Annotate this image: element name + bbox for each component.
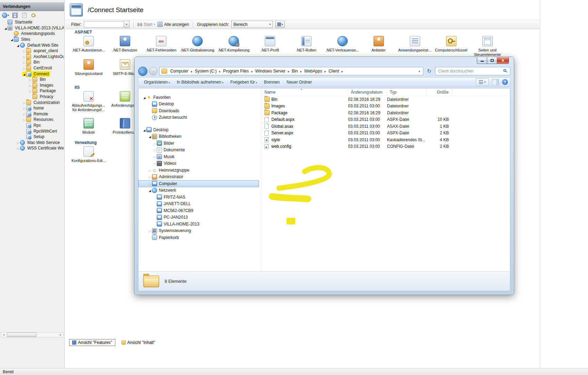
feature-item[interactable]: .NET-Profil <box>252 34 288 59</box>
nav-expand-arrow[interactable] <box>148 188 152 192</box>
file-row[interactable]: Server.aspx 03.03.2011 03:00 ASPX-Datei … <box>262 130 510 137</box>
column-header-type[interactable]: Typ <box>387 88 426 96</box>
feature-item[interactable]: .NET-Rollen <box>288 34 324 59</box>
delegation-button[interactable] <box>29 12 38 19</box>
breadcrumb-label[interactable]: System (C:) <box>193 68 218 74</box>
feature-item[interactable]: Konfigurations-Edi... <box>70 144 107 165</box>
file-row[interactable]: Bin 02.08.2016 16:29 Dateiordner <box>262 96 510 103</box>
view-tab[interactable]: Ansicht "Inhalt" <box>119 339 158 346</box>
tree-item[interactable]: Sites <box>0 37 64 42</box>
tree-expand-arrow[interactable] <box>28 83 32 87</box>
nav-expand-arrow[interactable] <box>142 95 146 99</box>
breadcrumb-label[interactable]: WebApps <box>302 68 324 74</box>
nav-item[interactable]: Bilder <box>138 140 259 147</box>
feature-item[interactable]: Anwendungseinst... <box>397 34 433 59</box>
tree-expand-arrow[interactable] <box>22 100 26 105</box>
nav-expand-arrow[interactable] <box>148 175 152 179</box>
nav-item[interactable]: Heimnetzgruppe <box>138 167 259 174</box>
feature-item[interactable]: .NET-Kompilierung <box>215 34 252 59</box>
tree-item[interactable]: WSS Certificate Web S <box>0 145 64 151</box>
tree-item[interactable]: Resources <box>0 117 64 123</box>
breadcrumb-segment[interactable]: Windows Server <box>253 68 290 74</box>
nav-expand-arrow[interactable] <box>153 161 157 165</box>
nav-item[interactable]: Computer <box>138 180 259 187</box>
scroll-left-arrow-icon[interactable]: ◄ <box>1 334 6 336</box>
tree-item[interactable]: Connect <box>0 71 64 77</box>
breadcrumb-chevron-icon[interactable] <box>251 69 254 74</box>
nav-item[interactable]: MC562-067CB9 <box>138 207 259 214</box>
tree-expand-arrow[interactable] <box>22 117 26 122</box>
breadcrumb-label[interactable]: Program Files <box>221 68 251 74</box>
group-by-dropdown[interactable]: Bereich <box>231 21 273 28</box>
nav-item[interactable]: Bibliotheken <box>138 133 259 140</box>
tree-item[interactable]: Customization <box>0 99 64 105</box>
tree-item[interactable]: Package <box>0 88 64 94</box>
tree-expand-arrow[interactable] <box>16 43 20 47</box>
breadcrumb-chevron-icon[interactable] <box>300 69 303 74</box>
tree-item[interactable]: aspnet_client <box>0 48 64 54</box>
breadcrumb-segment[interactable]: WebApps <box>302 68 327 74</box>
filter-input[interactable] <box>84 21 124 28</box>
tree-item[interactable]: Privacy <box>0 94 64 100</box>
nav-expand-arrow[interactable] <box>153 141 157 145</box>
command-bar-button[interactable]: Brennen <box>261 78 283 86</box>
tree-item[interactable]: Bin <box>0 59 64 65</box>
nav-expand-arrow[interactable] <box>148 168 152 172</box>
tree-item[interactable]: Remote <box>0 111 64 117</box>
nav-expand-arrow[interactable] <box>148 229 152 233</box>
nav-expand-arrow[interactable] <box>148 182 152 186</box>
tree-expand-arrow[interactable] <box>22 66 26 70</box>
nav-item[interactable]: Desktop <box>138 126 259 133</box>
feature-item[interactable]: Computerschlüssel <box>433 34 469 59</box>
tree-expand-arrow[interactable] <box>3 26 8 30</box>
tree-item[interactable]: Default Web Site <box>0 42 64 48</box>
search-box[interactable] <box>435 67 510 75</box>
minimize-button[interactable] <box>477 57 487 64</box>
command-bar-button[interactable]: Neuer Ordner <box>283 78 315 86</box>
feature-item[interactable]: Anbieter <box>360 34 397 59</box>
breadcrumb-chevron-icon[interactable] <box>219 69 222 74</box>
nav-item[interactable]: Desktop <box>138 101 259 108</box>
tree-item[interactable]: AxoNet.LightsOut... <box>0 54 64 60</box>
save-connections-button[interactable] <box>11 12 19 19</box>
tree-expand-arrow[interactable] <box>16 141 20 145</box>
refresh-button[interactable] <box>425 67 433 75</box>
tree-expand-arrow[interactable] <box>22 112 26 116</box>
nav-item[interactable]: VILLA-HOME-2013 <box>138 221 259 228</box>
breadcrumb-chevron-icon[interactable] <box>341 69 344 74</box>
tree-item[interactable]: Bin <box>0 77 64 83</box>
feature-item[interactable]: .NET-Fehlerseiten <box>143 34 179 59</box>
nav-expand-arrow[interactable] <box>153 155 157 159</box>
file-row[interactable]: Default.aspx 03.03.2011 03:00 ASPX-Datei… <box>262 116 510 123</box>
feature-item[interactable]: Sitzungszustand <box>70 57 107 78</box>
nav-item[interactable]: Musik <box>138 153 259 160</box>
tree-expand-arrow[interactable] <box>22 60 26 64</box>
feature-item[interactable]: .NET-Autorisierun... <box>70 34 107 59</box>
tree-expand-arrow[interactable] <box>16 146 20 150</box>
scroll-right-arrow-icon[interactable]: ► <box>58 334 63 336</box>
breadcrumb-label[interactable]: Windows Server <box>253 68 287 74</box>
scrollbar-thumb[interactable] <box>7 333 37 337</box>
breadcrumb-segment[interactable]: System (C:) <box>193 68 221 74</box>
feature-item[interactable]: Seiten und Steuerelemente <box>469 34 505 59</box>
tree-item[interactable]: Startseite <box>0 19 64 25</box>
file-row[interactable]: Global.asax 03.03.2011 03:00 ASAX-Datei … <box>262 123 510 130</box>
address-field[interactable]: Computer System (C:) Program Files Windo… <box>159 67 423 75</box>
view-tab[interactable]: Ansicht "Features" <box>69 339 115 346</box>
file-row[interactable]: Package 02.08.2016 16:29 Dateiordner <box>262 109 510 116</box>
nav-item[interactable]: Papierkorb <box>138 234 259 241</box>
filter-dropdown-button[interactable] <box>124 21 129 28</box>
tree-expand-arrow[interactable] <box>28 77 32 81</box>
tree-expand-arrow[interactable] <box>22 55 26 59</box>
connections-horizontal-scrollbar[interactable]: ◄ ► <box>1 332 64 337</box>
search-input[interactable] <box>437 68 503 74</box>
column-header-date[interactable]: Änderungsdatum <box>348 88 387 96</box>
tree-item[interactable]: Images <box>0 83 64 88</box>
nav-item[interactable]: Zuletzt besucht <box>138 114 259 121</box>
tree-item[interactable]: VILLA-HOME-2013 (VILLA-HO <box>0 25 64 31</box>
breadcrumb-segment[interactable]: Computer <box>168 68 193 74</box>
nav-item[interactable]: Administrator <box>138 174 259 181</box>
tree-expand-arrow[interactable] <box>28 89 32 93</box>
filter-start-button[interactable]: Start ▾ <box>137 22 155 27</box>
breadcrumb-label[interactable]: Computer <box>168 68 190 74</box>
